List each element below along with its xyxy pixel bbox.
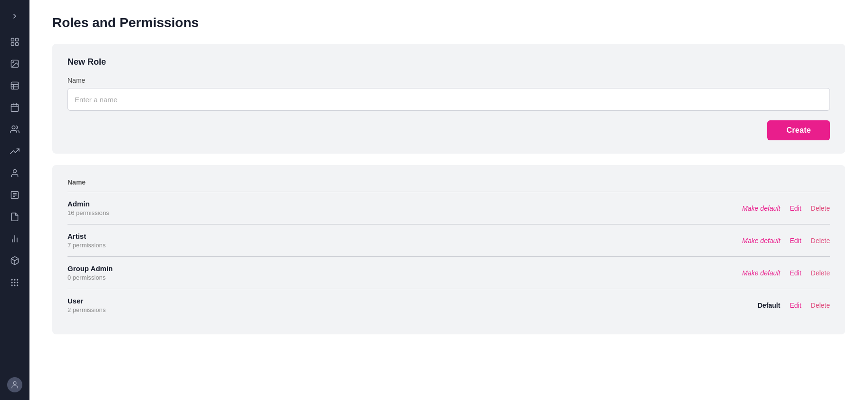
row-actions-group-admin: Make default Edit Delete (742, 269, 830, 277)
reports-icon[interactable] (5, 76, 24, 95)
dashboard-icon[interactable] (5, 32, 24, 51)
svg-point-5 (13, 62, 14, 63)
role-name-input[interactable] (68, 88, 830, 111)
edit-user-button[interactable]: Edit (790, 302, 801, 309)
document-icon[interactable] (5, 207, 24, 226)
svg-rect-6 (11, 82, 19, 89)
make-default-group-admin-button[interactable]: Make default (742, 269, 780, 277)
table-row: Admin 16 permissions Make default Edit D… (68, 192, 830, 224)
make-default-artist-button[interactable]: Make default (742, 237, 780, 244)
delete-user-button[interactable]: Delete (811, 302, 830, 309)
delete-artist-button[interactable]: Delete (811, 237, 830, 244)
svg-rect-1 (16, 39, 19, 41)
chart-icon[interactable] (5, 229, 24, 248)
new-role-card: New Role Name Create (52, 44, 845, 154)
svg-point-14 (12, 126, 15, 129)
role-name-artist: Artist (68, 232, 742, 240)
gallery-icon[interactable] (5, 54, 24, 73)
svg-point-33 (13, 381, 16, 384)
row-info-user: User 2 permissions (68, 297, 742, 313)
svg-point-32 (17, 285, 18, 286)
default-badge-user: Default (742, 302, 780, 309)
svg-point-27 (11, 282, 12, 283)
svg-point-15 (13, 170, 17, 173)
role-perms-artist: 7 permissions (68, 242, 742, 249)
package-icon[interactable] (5, 251, 24, 270)
table-row: Artist 7 permissions Make default Edit D… (68, 224, 830, 257)
row-info-artist: Artist 7 permissions (68, 232, 742, 249)
reports2-icon[interactable] (5, 185, 24, 205)
svg-point-29 (11, 279, 12, 280)
sidebar (0, 0, 29, 400)
delete-group-admin-button[interactable]: Delete (811, 269, 830, 277)
form-footer: Create (68, 120, 830, 140)
role-perms-admin: 16 permissions (68, 209, 742, 216)
column-name-header: Name (68, 178, 86, 186)
role-name-group-admin: Group Admin (68, 264, 742, 273)
svg-rect-2 (11, 43, 14, 46)
row-actions-artist: Make default Edit Delete (742, 237, 830, 244)
svg-point-24 (14, 282, 15, 283)
svg-rect-0 (11, 39, 14, 41)
svg-point-28 (17, 282, 18, 283)
roles-table-card: Name Admin 16 permissions Make default E… (52, 165, 845, 334)
svg-rect-3 (16, 43, 19, 46)
sidebar-toggle[interactable] (5, 8, 24, 25)
grid-icon[interactable] (5, 273, 24, 292)
svg-point-30 (17, 279, 18, 280)
role-name-user: User (68, 297, 742, 305)
delete-admin-button[interactable]: Delete (811, 205, 830, 212)
avatar[interactable] (7, 377, 22, 392)
row-actions-user: Default Edit Delete (742, 302, 830, 309)
row-info-admin: Admin 16 permissions (68, 200, 742, 216)
users-icon[interactable] (5, 120, 24, 139)
table-header: Name (68, 178, 830, 192)
sidebar-bottom (7, 377, 22, 392)
analytics-icon[interactable] (5, 142, 24, 161)
svg-point-25 (14, 279, 15, 280)
role-perms-user: 2 permissions (68, 306, 742, 313)
svg-point-26 (14, 285, 15, 286)
calendar-icon[interactable] (5, 98, 24, 117)
page-title: Roles and Permissions (52, 15, 845, 30)
main-content: Roles and Permissions New Role Name Crea… (29, 0, 868, 400)
name-label: Name (68, 77, 830, 84)
role-perms-group-admin: 0 permissions (68, 274, 742, 281)
role-name-admin: Admin (68, 200, 742, 208)
edit-admin-button[interactable]: Edit (790, 205, 801, 212)
row-actions-admin: Make default Edit Delete (742, 205, 830, 212)
edit-artist-button[interactable]: Edit (790, 237, 801, 244)
profile-icon[interactable] (5, 164, 24, 183)
svg-point-31 (11, 285, 12, 286)
new-role-title: New Role (68, 57, 830, 67)
row-info-group-admin: Group Admin 0 permissions (68, 264, 742, 281)
edit-group-admin-button[interactable]: Edit (790, 269, 801, 277)
svg-rect-10 (11, 104, 19, 111)
make-default-admin-button[interactable]: Make default (742, 205, 780, 212)
table-row: User 2 permissions Default Edit Delete (68, 289, 830, 321)
table-row: Group Admin 0 permissions Make default E… (68, 257, 830, 289)
create-button[interactable]: Create (767, 120, 830, 140)
